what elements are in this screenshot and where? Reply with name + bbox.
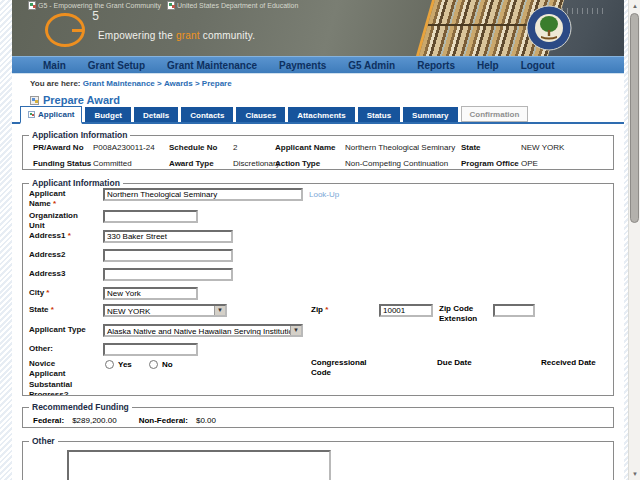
breadcrumb-separator: > [195, 79, 200, 88]
ed-alt-text: United States Department of Education [177, 2, 298, 9]
ed-dept-link[interactable]: United States Department of Education [167, 1, 298, 10]
broken-image-icon [167, 1, 175, 10]
nav-item-reports[interactable]: Reports [406, 60, 466, 71]
nav-item-help[interactable]: Help [466, 60, 510, 71]
funding-status-label: Funding Status [33, 159, 93, 168]
novice-yes-radio[interactable] [105, 360, 114, 369]
address1-input[interactable] [103, 230, 233, 243]
recommended-funding-section: Recommended Funding Federal: $289,200.00… [22, 402, 614, 428]
tab-status[interactable]: Status [358, 107, 400, 122]
applicant-name-info-label: Applicant Name [275, 143, 345, 152]
header-banner: G5 - Empowering the Grant Community Unit… [12, 0, 624, 56]
tab-contacts[interactable]: Contacts [181, 107, 233, 122]
tab-details[interactable]: Details [134, 107, 178, 122]
breadcrumb-link-prepare[interactable]: Prepare [202, 79, 232, 88]
novice-no-label: No [162, 360, 173, 369]
title-bar: Prepare Award [12, 91, 624, 108]
schedule-no-label: Schedule No [169, 143, 233, 152]
program-office-label: Program Office [461, 159, 521, 168]
applicant-type-row: Applicant Type Alaska Native and Native … [27, 324, 609, 343]
required-marker: * [51, 305, 54, 314]
applicant-name-row: Applicant Name * Look-Up [27, 188, 609, 210]
pr-award-no-value: P008A230011-24 [93, 143, 169, 152]
non-federal-value: $0.00 [196, 416, 216, 425]
tab-applicant[interactable]: Applicant [20, 106, 82, 124]
nav-item-payments[interactable]: Payments [268, 60, 337, 71]
tab-confirmation: Confirmation [461, 106, 529, 122]
tab-budget[interactable]: Budget [85, 107, 131, 122]
congressional-code-label: Congressional Code [311, 358, 385, 377]
organization-unit-input[interactable] [103, 210, 198, 223]
tab-bar: Applicant Budget Details Contacts Clause… [12, 108, 624, 124]
nav-item-grant-maintenance[interactable]: Grant Maintenance [156, 60, 268, 71]
city-input[interactable] [103, 287, 198, 300]
federal-value: $289,200.00 [72, 416, 117, 425]
award-type-label: Award Type [169, 159, 233, 168]
address3-row: Address3 [27, 268, 609, 287]
tab-applicant-icon [28, 111, 35, 118]
non-federal-label: Non-Federal: [139, 416, 188, 425]
other-textarea[interactable] [67, 450, 331, 480]
address3-input[interactable] [103, 268, 233, 281]
action-type-label: Action Type [275, 159, 345, 168]
required-marker: * [325, 305, 328, 314]
state-info-value: NEW YORK [521, 143, 609, 152]
federal-label: Federal: [33, 416, 64, 425]
received-date-label: Received Date [541, 358, 599, 368]
program-office-value: OPE [521, 159, 609, 168]
novice-applicant-row: Novice Applicant Yes No Congressional Co… [27, 358, 609, 379]
scrollbar-thumb[interactable] [630, 13, 639, 223]
required-marker: * [68, 231, 71, 240]
novice-yes-label: Yes [118, 360, 132, 369]
scroll-up-arrow[interactable]: ▲ [629, 1, 640, 11]
address3-label: Address3 [29, 269, 87, 279]
breadcrumb-link-awards[interactable]: Awards [164, 79, 193, 88]
nav-item-grant-setup[interactable]: Grant Setup [77, 60, 156, 71]
dropdown-arrow-icon: ▼ [214, 306, 225, 315]
applicant-type-select[interactable]: Alaska Native and Native Hawaiian Servin… [103, 324, 303, 337]
applicant-name-label: Applicant Name * [29, 189, 87, 208]
address2-input[interactable] [103, 249, 233, 262]
organization-unit-label: Organization Unit [29, 211, 87, 230]
applicant-name-info-value: Northern Theological Seminary [345, 143, 461, 152]
nav-item-g5-admin[interactable]: G5 Admin [337, 60, 406, 71]
page-title: Prepare Award [43, 94, 120, 106]
g5-home-link[interactable]: G5 - Empowering the Grant Community [28, 1, 161, 10]
zip-code-extension-input[interactable] [493, 304, 535, 317]
applicant-type-label: Applicant Type [29, 325, 87, 335]
vertical-scrollbar[interactable]: ▲ ▼ [628, 0, 640, 480]
breadcrumb-link-grant-maintenance[interactable]: Grant Maintenance [83, 79, 155, 88]
tab-clauses[interactable]: Clauses [236, 107, 285, 122]
award-type-value: Discretionary [233, 159, 275, 168]
zip-code-extension-label: Zip Code Extension [439, 304, 495, 323]
tagline-post: community. [203, 30, 255, 41]
state-select-value: NEW YORK [107, 307, 150, 316]
logo-five: 5 [92, 9, 99, 23]
scroll-down-arrow[interactable]: ▼ [629, 469, 640, 479]
breadcrumb: You are here: Grant Maintenance > Awards… [12, 73, 624, 91]
state-select[interactable]: NEW YORK ▼ [103, 304, 227, 317]
dropdown-arrow-icon: ▼ [290, 326, 301, 335]
novice-no-radio[interactable] [149, 360, 158, 369]
tab-attachments[interactable]: Attachments [288, 107, 354, 122]
banner-alt-links: G5 - Empowering the Grant Community Unit… [28, 1, 298, 10]
nav-item-main[interactable]: Main [32, 60, 77, 71]
zip-input[interactable] [379, 304, 433, 317]
tab-summary[interactable]: Summary [403, 107, 457, 122]
nav-item-logout[interactable]: Logout [510, 60, 566, 71]
other-field-label: Other: [29, 344, 87, 354]
other-field-input[interactable] [103, 343, 198, 356]
g-ring-shape [45, 13, 85, 47]
address2-label: Address2 [29, 250, 87, 260]
g5-logo: 5 [45, 13, 89, 51]
required-marker: * [53, 199, 56, 208]
state-zip-row: State * NEW YORK ▼ Zip * Zip Code Extens… [27, 304, 609, 324]
state-label: State * [29, 305, 87, 315]
department-of-education-seal-icon [526, 5, 572, 51]
breadcrumb-prefix: You are here: [30, 79, 81, 88]
pr-award-no-label: PR/Award No [33, 143, 93, 152]
main-nav: Main Grant Setup Grant Maintenance Payme… [12, 56, 624, 73]
tagline-pre: Empowering the [98, 30, 173, 41]
look-up-link[interactable]: Look-Up [309, 190, 339, 199]
applicant-name-input[interactable] [103, 188, 303, 201]
